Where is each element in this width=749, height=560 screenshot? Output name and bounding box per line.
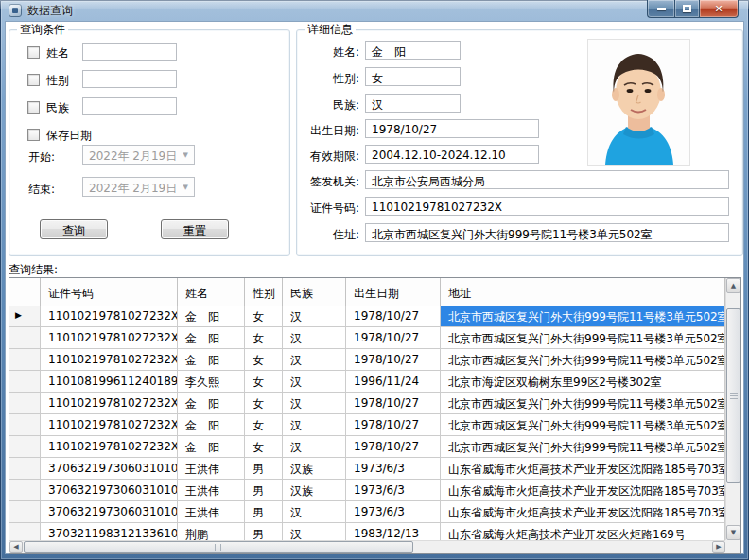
cell[interactable]: 山东省威海市火炬高技术产业开发区沈阳路185号703室 <box>441 458 725 479</box>
ethnicity-filter-input[interactable] <box>82 97 177 115</box>
cell[interactable]: 男 <box>245 458 283 479</box>
cell[interactable]: 1996/11/24 <box>346 371 441 392</box>
cell[interactable]: 女 <box>245 327 283 348</box>
row-selector-cell[interactable] <box>9 327 41 348</box>
cell[interactable]: 金 阳 <box>178 349 245 370</box>
minimize-button[interactable] <box>647 0 674 18</box>
cell[interactable]: 男 <box>245 523 283 540</box>
cell[interactable]: 1983/12/13 <box>346 523 441 540</box>
cell[interactable]: 110108199611240189 <box>41 371 178 392</box>
cell[interactable]: 山东省威海火炬高技术产业开发区火炬路169号 <box>441 523 725 540</box>
cell[interactable]: 金 阳 <box>178 393 245 413</box>
query-button[interactable]: 查询 <box>40 219 108 239</box>
cell[interactable]: 女 <box>245 414 283 435</box>
address-value-field[interactable]: 北京市西城区复兴门外大街999号院11号楼3单元502室 <box>365 223 729 242</box>
cell[interactable]: 汉 <box>283 349 346 370</box>
table-row[interactable]: 370632197306031010王洪伟男汉族1973/6/3山东省威海市火炬… <box>9 458 725 480</box>
row-selector-cell[interactable] <box>9 414 41 435</box>
save-date-checkbox[interactable] <box>27 129 40 141</box>
cell[interactable]: 1978/10/27 <box>346 414 441 435</box>
cell[interactable]: 1978/10/27 <box>346 327 441 348</box>
gender-filter-input[interactable] <box>82 70 177 88</box>
column-header-3[interactable]: 民族 <box>283 278 346 306</box>
row-selector-cell[interactable] <box>9 458 41 479</box>
table-row[interactable]: 370632197306031010王洪伟男汉族1973/6/3山东省威海市火炬… <box>9 480 725 501</box>
row-selector-cell[interactable] <box>9 480 41 500</box>
gender-checkbox[interactable] <box>27 74 40 86</box>
cell[interactable]: 男 <box>245 501 283 522</box>
name-filter-input[interactable] <box>82 43 177 61</box>
row-selector-cell[interactable] <box>9 371 41 392</box>
cell[interactable]: 北京市西城区复兴门外大街999号院11号楼3单元502室 <box>441 327 725 348</box>
name-checkbox[interactable] <box>27 46 40 59</box>
valid-period-value-field[interactable]: 2004.12.10-2024.12.10 <box>365 145 539 164</box>
cell[interactable]: 汉 <box>283 414 346 435</box>
cell[interactable]: 11010219781027232X <box>41 349 178 370</box>
cell[interactable]: 11010219781027232X <box>41 436 178 457</box>
cell[interactable]: 1978/10/27 <box>346 306 441 326</box>
cell[interactable]: 北京市西城区复兴门外大街999号院11号楼3单元502室 <box>441 306 725 326</box>
table-row[interactable]: 11010219781027232X金 阳女汉1978/10/27北京市西城区复… <box>9 414 725 436</box>
table-row[interactable]: 11010219781027232X金 阳女汉1978/10/27北京市西城区复… <box>9 393 725 414</box>
table-row[interactable]: 370632197306031010王洪伟男汉1973/6/3山东省威海市火炬高… <box>9 501 725 523</box>
cell[interactable]: 1973/6/3 <box>346 480 441 500</box>
table-row[interactable]: ▶11010219781027232X金 阳女汉1978/10/27北京市西城区… <box>9 306 725 327</box>
cell[interactable]: 370632197306031010 <box>41 458 178 479</box>
table-row[interactable]: 11010219781027232X金 阳女汉1978/10/27北京市西城区复… <box>9 349 725 371</box>
table-row[interactable]: 110108199611240189李久熙女汉1996/11/24北京市海淀区双… <box>9 371 725 393</box>
scroll-left-button[interactable]: ◀ <box>9 541 23 553</box>
cell[interactable]: 北京市西城区复兴门外大街999号院11号楼3单元502室 <box>441 393 725 413</box>
scroll-down-button[interactable]: ▼ <box>726 525 740 540</box>
cell[interactable]: 北京市西城区复兴门外大街999号院11号楼3单元502室 <box>441 414 725 435</box>
cell[interactable]: 北京市西城区复兴门外大街999号院11号楼3单元502室 <box>441 436 725 457</box>
table-row[interactable]: 11010219781027232X金 阳女汉1978/10/27北京市西城区复… <box>9 436 725 458</box>
cell[interactable]: 王洪伟 <box>178 501 245 522</box>
cell[interactable]: 汉 <box>283 393 346 413</box>
cell[interactable]: 汉 <box>283 436 346 457</box>
titlebar[interactable]: 数据查询 <box>0 0 749 21</box>
cell[interactable]: 汉族 <box>283 458 346 479</box>
cell[interactable]: 女 <box>245 371 283 392</box>
close-button[interactable]: ✕ <box>700 0 739 18</box>
cell[interactable]: 汉族 <box>283 480 346 500</box>
id-number-value-field[interactable]: 11010219781027232X <box>365 197 729 216</box>
cell[interactable]: 李久熙 <box>178 371 245 392</box>
column-header-1[interactable]: 姓名 <box>178 278 245 306</box>
cell[interactable]: 金 阳 <box>178 327 245 348</box>
row-selector-cell[interactable] <box>9 393 41 413</box>
cell[interactable]: 女 <box>245 436 283 457</box>
cell[interactable]: 金 阳 <box>178 436 245 457</box>
cell[interactable]: 女 <box>245 393 283 413</box>
cell[interactable]: 王洪伟 <box>178 458 245 479</box>
row-selector-cell[interactable] <box>9 349 41 370</box>
cell[interactable]: 1978/10/27 <box>346 393 441 413</box>
vertical-scrollbar[interactable]: ▲ ▼ <box>725 278 740 540</box>
birth-date-value-field[interactable]: 1978/10/27 <box>365 119 539 138</box>
horizontal-scrollbar[interactable]: ◀ ▶ <box>9 540 725 553</box>
cell[interactable]: 山东省威海市火炬高技术产业开发区沈阳路185号703室 <box>441 480 725 500</box>
column-header-2[interactable]: 性别 <box>245 278 283 306</box>
cell[interactable]: 女 <box>245 306 283 326</box>
start-date-picker[interactable]: 2022年 2月19日▼ <box>82 145 195 165</box>
cell[interactable]: 汉 <box>283 306 346 326</box>
scroll-up-button[interactable]: ▲ <box>726 278 740 293</box>
horizontal-scroll-thumb[interactable] <box>24 541 413 553</box>
cell[interactable]: 1978/10/27 <box>346 436 441 457</box>
vertical-scroll-thumb[interactable] <box>726 308 740 483</box>
cell[interactable]: 11010219781027232X <box>41 414 178 435</box>
table-row[interactable]: 11010219781027232X金 阳女汉1978/10/27北京市西城区复… <box>9 327 725 349</box>
cell[interactable]: 1973/6/3 <box>346 458 441 479</box>
cell[interactable]: 1973/6/3 <box>346 501 441 522</box>
cell[interactable]: 北京市海淀区双榆树东里99区2号楼302室 <box>441 371 725 392</box>
row-selector-cell[interactable] <box>9 523 41 540</box>
cell[interactable]: 汉 <box>283 523 346 540</box>
column-header-0[interactable]: 证件号码 <box>41 278 178 306</box>
cell[interactable]: 王洪伟 <box>178 480 245 500</box>
maximize-button[interactable] <box>674 0 700 18</box>
cell[interactable]: 金 阳 <box>178 306 245 326</box>
ethnicity-value-field[interactable]: 汉 <box>365 94 461 113</box>
cell[interactable]: 男 <box>245 480 283 500</box>
cell[interactable]: 汉 <box>283 501 346 522</box>
cell[interactable]: 11010219781027232X <box>41 327 178 348</box>
cell[interactable]: 370321198312133610 <box>41 523 178 540</box>
